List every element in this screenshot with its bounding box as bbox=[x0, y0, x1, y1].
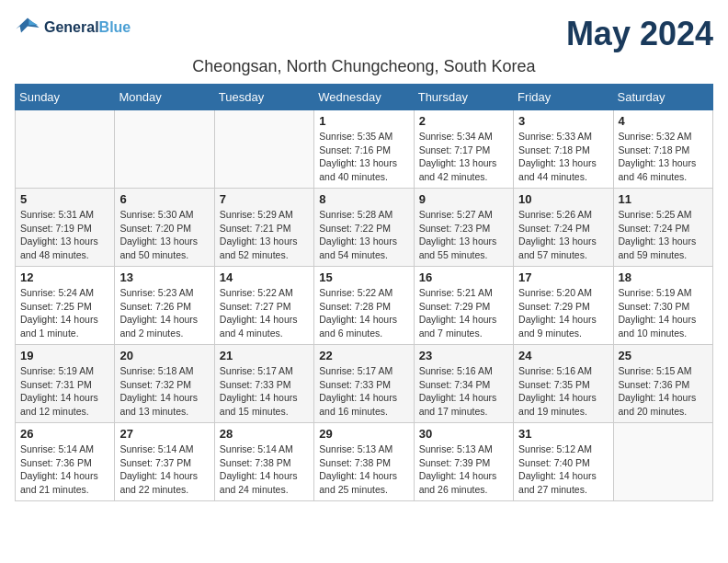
calendar-day-cell: 24Sunrise: 5:16 AMSunset: 7:35 PMDayligh… bbox=[514, 345, 613, 423]
calendar-day-cell: 1Sunrise: 5:35 AMSunset: 7:16 PMDaylight… bbox=[314, 110, 414, 189]
day-info: Sunrise: 5:13 AMSunset: 7:39 PMDaylight:… bbox=[419, 442, 508, 497]
day-info: Sunrise: 5:19 AMSunset: 7:30 PMDaylight:… bbox=[619, 286, 708, 340]
calendar-day-cell: 9Sunrise: 5:27 AMSunset: 7:23 PMDaylight… bbox=[414, 189, 513, 267]
calendar-table: SundayMondayTuesdayWednesdayThursdayFrid… bbox=[15, 84, 713, 501]
day-info: Sunrise: 5:28 AMSunset: 7:22 PMDaylight:… bbox=[319, 208, 408, 262]
day-info: Sunrise: 5:16 AMSunset: 7:35 PMDaylight:… bbox=[518, 364, 608, 419]
calendar-day-cell: 21Sunrise: 5:17 AMSunset: 7:33 PMDayligh… bbox=[214, 345, 313, 423]
day-info: Sunrise: 5:17 AMSunset: 7:33 PMDaylight:… bbox=[319, 364, 408, 419]
weekday-header-cell: Tuesday bbox=[214, 85, 313, 110]
day-info: Sunrise: 5:14 AMSunset: 7:36 PMDaylight:… bbox=[20, 442, 109, 497]
logo: GeneralBlue bbox=[15, 15, 131, 40]
calendar-day-cell bbox=[115, 110, 214, 189]
weekday-header-cell: Saturday bbox=[613, 85, 712, 110]
calendar-day-cell: 15Sunrise: 5:22 AMSunset: 7:28 PMDayligh… bbox=[314, 267, 414, 345]
calendar-week-row: 19Sunrise: 5:19 AMSunset: 7:31 PMDayligh… bbox=[16, 345, 713, 423]
day-info: Sunrise: 5:22 AMSunset: 7:28 PMDaylight:… bbox=[319, 286, 408, 340]
day-info: Sunrise: 5:31 AMSunset: 7:19 PMDaylight:… bbox=[20, 208, 109, 262]
calendar-day-cell: 16Sunrise: 5:21 AMSunset: 7:29 PMDayligh… bbox=[414, 267, 513, 345]
day-info: Sunrise: 5:23 AMSunset: 7:26 PMDaylight:… bbox=[119, 286, 209, 340]
day-number: 11 bbox=[619, 192, 708, 206]
calendar-day-cell: 27Sunrise: 5:14 AMSunset: 7:37 PMDayligh… bbox=[115, 423, 214, 501]
weekday-header-cell: Sunday bbox=[16, 85, 115, 110]
weekday-header-cell: Thursday bbox=[414, 85, 513, 110]
day-number: 8 bbox=[319, 192, 408, 206]
day-info: Sunrise: 5:14 AMSunset: 7:38 PMDaylight:… bbox=[220, 442, 309, 497]
day-info: Sunrise: 5:26 AMSunset: 7:24 PMDaylight:… bbox=[518, 208, 608, 262]
day-info: Sunrise: 5:27 AMSunset: 7:23 PMDaylight:… bbox=[419, 208, 508, 262]
day-info: Sunrise: 5:22 AMSunset: 7:27 PMDaylight:… bbox=[220, 286, 309, 340]
weekday-header-cell: Friday bbox=[514, 85, 613, 110]
calendar-day-cell: 29Sunrise: 5:13 AMSunset: 7:38 PMDayligh… bbox=[314, 423, 414, 501]
day-number: 21 bbox=[220, 349, 309, 362]
day-number: 2 bbox=[419, 114, 508, 128]
day-number: 24 bbox=[518, 349, 608, 362]
calendar-day-cell: 17Sunrise: 5:20 AMSunset: 7:29 PMDayligh… bbox=[514, 267, 613, 345]
weekday-header-row: SundayMondayTuesdayWednesdayThursdayFrid… bbox=[16, 85, 713, 110]
day-info: Sunrise: 5:19 AMSunset: 7:31 PMDaylight:… bbox=[20, 364, 109, 419]
calendar-day-cell: 8Sunrise: 5:28 AMSunset: 7:22 PMDaylight… bbox=[314, 189, 414, 267]
calendar-week-row: 1Sunrise: 5:35 AMSunset: 7:16 PMDaylight… bbox=[16, 110, 713, 189]
day-info: Sunrise: 5:16 AMSunset: 7:34 PMDaylight:… bbox=[419, 364, 508, 419]
day-number: 3 bbox=[518, 114, 608, 128]
day-info: Sunrise: 5:32 AMSunset: 7:18 PMDaylight:… bbox=[619, 130, 708, 184]
day-info: Sunrise: 5:29 AMSunset: 7:21 PMDaylight:… bbox=[220, 208, 309, 262]
day-number: 26 bbox=[20, 427, 109, 441]
calendar-day-cell: 30Sunrise: 5:13 AMSunset: 7:39 PMDayligh… bbox=[414, 423, 513, 501]
day-number: 6 bbox=[119, 192, 209, 206]
day-info: Sunrise: 5:20 AMSunset: 7:29 PMDaylight:… bbox=[518, 286, 608, 340]
day-number: 18 bbox=[619, 270, 708, 284]
day-number: 4 bbox=[619, 114, 708, 128]
day-number: 1 bbox=[319, 114, 408, 128]
day-number: 17 bbox=[518, 270, 608, 284]
day-number: 20 bbox=[119, 349, 209, 362]
day-info: Sunrise: 5:35 AMSunset: 7:16 PMDaylight:… bbox=[319, 130, 408, 184]
day-info: Sunrise: 5:24 AMSunset: 7:25 PMDaylight:… bbox=[20, 286, 109, 340]
day-number: 10 bbox=[518, 192, 608, 206]
day-number: 23 bbox=[419, 349, 508, 362]
calendar-day-cell: 19Sunrise: 5:19 AMSunset: 7:31 PMDayligh… bbox=[16, 345, 115, 423]
logo-text: GeneralBlue bbox=[44, 19, 131, 36]
calendar-day-cell: 25Sunrise: 5:15 AMSunset: 7:36 PMDayligh… bbox=[613, 345, 712, 423]
day-number: 15 bbox=[319, 270, 408, 284]
calendar-day-cell: 23Sunrise: 5:16 AMSunset: 7:34 PMDayligh… bbox=[414, 345, 513, 423]
day-info: Sunrise: 5:30 AMSunset: 7:20 PMDaylight:… bbox=[119, 208, 209, 262]
day-number: 31 bbox=[518, 427, 608, 441]
day-number: 5 bbox=[20, 192, 109, 206]
weekday-header-cell: Wednesday bbox=[314, 85, 414, 110]
day-info: Sunrise: 5:14 AMSunset: 7:37 PMDaylight:… bbox=[119, 442, 209, 497]
day-number: 30 bbox=[419, 427, 508, 441]
calendar-day-cell: 13Sunrise: 5:23 AMSunset: 7:26 PMDayligh… bbox=[115, 267, 214, 345]
day-info: Sunrise: 5:21 AMSunset: 7:29 PMDaylight:… bbox=[419, 286, 508, 340]
calendar-day-cell bbox=[16, 110, 115, 189]
day-number: 12 bbox=[20, 270, 109, 284]
calendar-week-row: 26Sunrise: 5:14 AMSunset: 7:36 PMDayligh… bbox=[16, 423, 713, 501]
day-number: 7 bbox=[220, 192, 309, 206]
page-header: GeneralBlue May 2024 bbox=[15, 15, 713, 53]
day-info: Sunrise: 5:33 AMSunset: 7:18 PMDaylight:… bbox=[518, 130, 608, 184]
day-info: Sunrise: 5:15 AMSunset: 7:36 PMDaylight:… bbox=[619, 364, 708, 419]
day-number: 16 bbox=[419, 270, 508, 284]
calendar-day-cell: 14Sunrise: 5:22 AMSunset: 7:27 PMDayligh… bbox=[214, 267, 313, 345]
location-title: Cheongsan, North Chungcheong, South Kore… bbox=[15, 57, 713, 76]
calendar-day-cell: 11Sunrise: 5:25 AMSunset: 7:24 PMDayligh… bbox=[613, 189, 712, 267]
calendar-day-cell bbox=[613, 423, 712, 501]
month-year-title: May 2024 bbox=[566, 15, 713, 53]
day-number: 22 bbox=[319, 349, 408, 362]
day-number: 9 bbox=[419, 192, 508, 206]
calendar-day-cell: 2Sunrise: 5:34 AMSunset: 7:17 PMDaylight… bbox=[414, 110, 513, 189]
calendar-day-cell: 3Sunrise: 5:33 AMSunset: 7:18 PMDaylight… bbox=[514, 110, 613, 189]
calendar-day-cell: 6Sunrise: 5:30 AMSunset: 7:20 PMDaylight… bbox=[115, 189, 214, 267]
day-number: 25 bbox=[619, 349, 708, 362]
calendar-body: 1Sunrise: 5:35 AMSunset: 7:16 PMDaylight… bbox=[16, 110, 713, 501]
day-info: Sunrise: 5:34 AMSunset: 7:17 PMDaylight:… bbox=[419, 130, 508, 184]
calendar-day-cell: 10Sunrise: 5:26 AMSunset: 7:24 PMDayligh… bbox=[514, 189, 613, 267]
calendar-week-row: 12Sunrise: 5:24 AMSunset: 7:25 PMDayligh… bbox=[16, 267, 713, 345]
day-info: Sunrise: 5:18 AMSunset: 7:32 PMDaylight:… bbox=[119, 364, 209, 419]
day-info: Sunrise: 5:12 AMSunset: 7:40 PMDaylight:… bbox=[518, 442, 608, 497]
day-number: 28 bbox=[220, 427, 309, 441]
day-info: Sunrise: 5:17 AMSunset: 7:33 PMDaylight:… bbox=[220, 364, 309, 419]
day-number: 27 bbox=[119, 427, 209, 441]
calendar-day-cell: 31Sunrise: 5:12 AMSunset: 7:40 PMDayligh… bbox=[514, 423, 613, 501]
calendar-day-cell: 26Sunrise: 5:14 AMSunset: 7:36 PMDayligh… bbox=[16, 423, 115, 501]
